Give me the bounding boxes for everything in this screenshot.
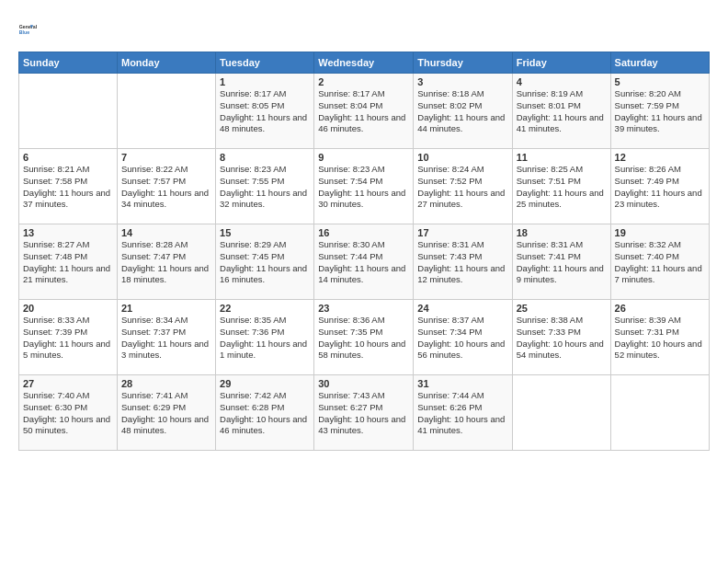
calendar-day-cell: 11Sunrise: 8:25 AM Sunset: 7:51 PM Dayli… (512, 149, 610, 224)
calendar-day-cell: 25Sunrise: 8:38 AM Sunset: 7:33 PM Dayli… (512, 300, 610, 375)
day-number: 15 (220, 227, 310, 238)
calendar-day-cell: 17Sunrise: 8:31 AM Sunset: 7:43 PM Dayli… (414, 224, 512, 300)
calendar-week-2: 6Sunrise: 8:21 AM Sunset: 7:58 PM Daylig… (19, 149, 710, 224)
day-number: 27 (23, 378, 113, 389)
day-number: 7 (121, 152, 211, 163)
day-number: 28 (121, 378, 211, 389)
calendar-day-cell: 10Sunrise: 8:24 AM Sunset: 7:52 PM Dayli… (414, 149, 512, 224)
day-info: Sunrise: 8:34 AM Sunset: 7:37 PM Dayligh… (121, 315, 211, 362)
calendar-day-cell: 1Sunrise: 8:17 AM Sunset: 8:05 PM Daylig… (216, 74, 314, 149)
day-info: Sunrise: 8:25 AM Sunset: 7:51 PM Dayligh… (517, 164, 607, 211)
day-number: 24 (417, 303, 507, 314)
day-number: 12 (615, 152, 705, 163)
calendar-day-cell (610, 375, 709, 451)
calendar-week-5: 27Sunrise: 7:40 AM Sunset: 6:30 PM Dayli… (19, 375, 710, 451)
day-number: 4 (517, 76, 607, 87)
day-number: 1 (220, 76, 310, 87)
day-number: 25 (517, 303, 607, 314)
day-info: Sunrise: 8:37 AM Sunset: 7:34 PM Dayligh… (417, 315, 507, 362)
day-number: 14 (121, 227, 211, 238)
day-info: Sunrise: 8:23 AM Sunset: 7:54 PM Dayligh… (318, 164, 409, 211)
day-number: 11 (517, 152, 607, 163)
day-number: 17 (417, 227, 507, 238)
svg-text:General: General (19, 24, 38, 29)
day-info: Sunrise: 8:23 AM Sunset: 7:55 PM Dayligh… (220, 164, 310, 211)
day-info: Sunrise: 8:19 AM Sunset: 8:01 PM Dayligh… (517, 88, 607, 135)
weekday-saturday: Saturday (610, 52, 709, 74)
day-number: 22 (220, 303, 310, 314)
day-info: Sunrise: 7:43 AM Sunset: 6:27 PM Dayligh… (318, 390, 409, 437)
day-number: 5 (615, 76, 705, 87)
weekday-thursday: Thursday (414, 52, 512, 74)
day-info: Sunrise: 8:24 AM Sunset: 7:52 PM Dayligh… (417, 164, 507, 211)
day-info: Sunrise: 8:21 AM Sunset: 7:58 PM Dayligh… (23, 164, 113, 211)
day-info: Sunrise: 8:38 AM Sunset: 7:33 PM Dayligh… (517, 315, 607, 362)
day-info: Sunrise: 8:22 AM Sunset: 7:57 PM Dayligh… (121, 164, 211, 211)
day-info: Sunrise: 7:42 AM Sunset: 6:28 PM Dayligh… (220, 390, 310, 437)
day-info: Sunrise: 8:33 AM Sunset: 7:39 PM Dayligh… (23, 315, 113, 362)
calendar-day-cell: 2Sunrise: 8:17 AM Sunset: 8:04 PM Daylig… (314, 74, 414, 149)
day-info: Sunrise: 7:41 AM Sunset: 6:29 PM Dayligh… (121, 390, 211, 437)
day-number: 31 (417, 378, 507, 389)
calendar-day-cell: 18Sunrise: 8:31 AM Sunset: 7:41 PM Dayli… (512, 224, 610, 300)
calendar-day-cell (512, 375, 610, 451)
day-number: 23 (318, 303, 409, 314)
day-info: Sunrise: 8:35 AM Sunset: 7:36 PM Dayligh… (220, 315, 310, 362)
calendar-day-cell: 24Sunrise: 8:37 AM Sunset: 7:34 PM Dayli… (414, 300, 512, 375)
weekday-header-row: SundayMondayTuesdayWednesdayThursdayFrid… (19, 52, 710, 74)
day-number: 21 (121, 303, 211, 314)
calendar-table: SundayMondayTuesdayWednesdayThursdayFrid… (18, 52, 710, 451)
svg-text:Blue: Blue (19, 29, 29, 35)
calendar-day-cell: 14Sunrise: 8:28 AM Sunset: 7:47 PM Dayli… (117, 224, 215, 300)
day-number: 9 (318, 152, 409, 163)
calendar-week-1: 1Sunrise: 8:17 AM Sunset: 8:05 PM Daylig… (19, 74, 710, 149)
calendar-day-cell: 26Sunrise: 8:39 AM Sunset: 7:31 PM Dayli… (610, 300, 709, 375)
calendar-day-cell (117, 74, 215, 149)
weekday-wednesday: Wednesday (314, 52, 414, 74)
day-info: Sunrise: 8:17 AM Sunset: 8:05 PM Dayligh… (220, 88, 310, 135)
calendar-day-cell: 20Sunrise: 8:33 AM Sunset: 7:39 PM Dayli… (19, 300, 118, 375)
day-info: Sunrise: 8:27 AM Sunset: 7:48 PM Dayligh… (23, 239, 113, 286)
logo-icon: General Blue (18, 17, 44, 42)
day-info: Sunrise: 8:32 AM Sunset: 7:40 PM Dayligh… (615, 239, 705, 286)
day-info: Sunrise: 8:20 AM Sunset: 7:59 PM Dayligh… (615, 88, 705, 135)
calendar-day-cell: 12Sunrise: 8:26 AM Sunset: 7:49 PM Dayli… (610, 149, 709, 224)
day-info: Sunrise: 7:40 AM Sunset: 6:30 PM Dayligh… (23, 390, 113, 437)
day-number: 18 (517, 227, 607, 238)
calendar-day-cell: 7Sunrise: 8:22 AM Sunset: 7:57 PM Daylig… (117, 149, 215, 224)
day-number: 3 (417, 76, 507, 87)
calendar-day-cell: 19Sunrise: 8:32 AM Sunset: 7:40 PM Dayli… (610, 224, 709, 300)
calendar-day-cell: 6Sunrise: 8:21 AM Sunset: 7:58 PM Daylig… (19, 149, 118, 224)
day-number: 13 (23, 227, 113, 238)
day-info: Sunrise: 8:30 AM Sunset: 7:44 PM Dayligh… (318, 239, 409, 286)
calendar-day-cell: 22Sunrise: 8:35 AM Sunset: 7:36 PM Dayli… (216, 300, 314, 375)
logo: General Blue (18, 17, 44, 42)
day-info: Sunrise: 8:18 AM Sunset: 8:02 PM Dayligh… (417, 88, 507, 135)
day-number: 20 (23, 303, 113, 314)
calendar-week-3: 13Sunrise: 8:27 AM Sunset: 7:48 PM Dayli… (19, 224, 710, 300)
day-number: 2 (318, 76, 409, 87)
calendar-day-cell: 3Sunrise: 8:18 AM Sunset: 8:02 PM Daylig… (414, 74, 512, 149)
calendar-day-cell: 9Sunrise: 8:23 AM Sunset: 7:54 PM Daylig… (314, 149, 414, 224)
day-number: 10 (417, 152, 507, 163)
weekday-friday: Friday (512, 52, 610, 74)
day-number: 8 (220, 152, 310, 163)
calendar-day-cell: 21Sunrise: 8:34 AM Sunset: 7:37 PM Dayli… (117, 300, 215, 375)
day-number: 16 (318, 227, 409, 238)
calendar-day-cell: 29Sunrise: 7:42 AM Sunset: 6:28 PM Dayli… (216, 375, 314, 451)
day-info: Sunrise: 8:36 AM Sunset: 7:35 PM Dayligh… (318, 315, 409, 362)
day-info: Sunrise: 8:29 AM Sunset: 7:45 PM Dayligh… (220, 239, 310, 286)
day-info: Sunrise: 8:39 AM Sunset: 7:31 PM Dayligh… (615, 315, 705, 362)
weekday-tuesday: Tuesday (216, 52, 314, 74)
calendar-week-4: 20Sunrise: 8:33 AM Sunset: 7:39 PM Dayli… (19, 300, 710, 375)
day-number: 26 (615, 303, 705, 314)
calendar-day-cell: 4Sunrise: 8:19 AM Sunset: 8:01 PM Daylig… (512, 74, 610, 149)
day-info: Sunrise: 8:31 AM Sunset: 7:41 PM Dayligh… (517, 239, 607, 286)
day-info: Sunrise: 8:28 AM Sunset: 7:47 PM Dayligh… (121, 239, 211, 286)
calendar-day-cell: 27Sunrise: 7:40 AM Sunset: 6:30 PM Dayli… (19, 375, 118, 451)
page-header: General Blue (18, 17, 710, 42)
day-info: Sunrise: 7:44 AM Sunset: 6:26 PM Dayligh… (417, 390, 507, 437)
day-number: 19 (615, 227, 705, 238)
day-number: 6 (23, 152, 113, 163)
calendar-day-cell: 13Sunrise: 8:27 AM Sunset: 7:48 PM Dayli… (19, 224, 118, 300)
